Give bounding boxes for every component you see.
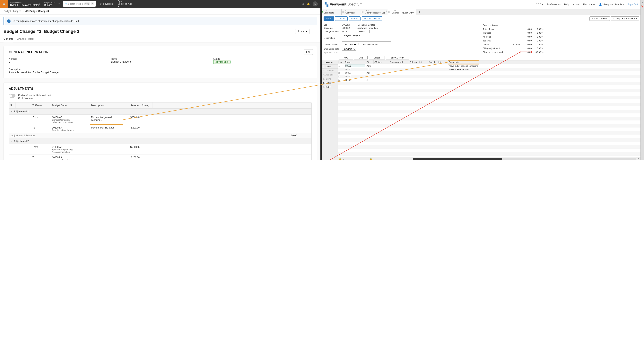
cancel-button[interactable]: Cancel xyxy=(335,17,348,21)
tab-history[interactable]: Change History xyxy=(17,36,34,42)
side-tab-costs[interactable]: 2. Costs xyxy=(322,65,338,69)
crumb-current: #3: Budget Change 3 xyxy=(26,10,49,13)
bookmark-icon[interactable]: 🔖 xyxy=(641,5,644,8)
new-co-button[interactable]: New CO xyxy=(357,30,370,33)
viewpoint-logo: ▚ Viewpoint Spectrum. xyxy=(325,2,364,7)
side-tab-addons[interactable]: 4. Add-ons xyxy=(322,73,338,77)
project-selector[interactable]: Agave Demo BV2002 - Escalante Estates ▼ xyxy=(8,0,42,8)
new-row-button[interactable]: New xyxy=(339,56,353,60)
tab-general[interactable]: General xyxy=(4,36,13,42)
grid-toolbar: New Edit Delete Sub CO Form xyxy=(338,55,640,61)
side-tabs: 1. Related 2. Costs 3. Markups 4. Add-on… xyxy=(322,61,338,160)
favorites-link[interactable]: ★ Favorites xyxy=(97,0,115,8)
viewpoint-tabs: CCDDashboard ▤CCDContracts× ▤CCDChange R… xyxy=(322,9,640,15)
orig-date-select[interactable]: 07/11/24 xyxy=(342,47,356,51)
proposal-button[interactable]: Proposal Form xyxy=(362,17,382,21)
grid-row[interactable]: 410200LA xyxy=(338,75,640,78)
help-icon[interactable]: ?⃝ xyxy=(302,3,304,5)
grid-body[interactable]: 1AC ▾Move out of general conditions 2102… xyxy=(338,64,640,157)
save-button[interactable]: Save xyxy=(324,17,334,21)
status-badge: APPROVED xyxy=(213,60,230,64)
vp-tab-contracts[interactable]: ▤CCDContracts× xyxy=(342,9,361,15)
chevron-down-icon: ▼ xyxy=(39,3,41,5)
description-input[interactable] xyxy=(342,34,391,42)
right-dock[interactable]: ◀🔖 xyxy=(640,0,644,160)
chevron-down-icon: ▼ xyxy=(118,5,134,8)
quantity-toggle[interactable] xyxy=(9,94,16,98)
phase-select[interactable] xyxy=(345,65,365,67)
nav-sandbox[interactable]: 👤 Viewpoint Sandbox xyxy=(599,3,624,6)
vp-tab-crlog[interactable]: ▤CCDChange Request Log× xyxy=(361,9,388,15)
close-icon[interactable]: × xyxy=(359,10,360,13)
tool-selector[interactable]: Project Tools Budget ▼ xyxy=(42,0,62,8)
info-alert: i To edit adjustments and attachments, c… xyxy=(4,17,317,25)
file-icon: ▤ xyxy=(388,11,390,13)
adjustment-group[interactable]: ▾Adjustment 1 xyxy=(9,109,312,115)
edit-row-button[interactable]: Edit xyxy=(354,56,368,60)
side-tab-dates[interactable]: 7. Dates xyxy=(322,85,338,89)
edit-button[interactable]: Edit xyxy=(304,49,313,55)
more-button[interactable]: ⋮ xyxy=(311,29,317,34)
showme-button[interactable]: Show Me How xyxy=(590,17,610,21)
add-tab-button[interactable]: + xyxy=(416,10,423,14)
file-icon: ▤ xyxy=(362,11,364,13)
close-icon[interactable]: × xyxy=(386,10,387,13)
subco-button[interactable]: Sub CO Form xyxy=(386,56,409,60)
chevron-down-icon: ▾ xyxy=(306,30,307,33)
sign-out-link[interactable]: Sign Out xyxy=(628,3,638,6)
adjustment-group[interactable]: ▾Adjustment 2 xyxy=(9,138,312,144)
table-row: To 10200.LAPermits Labour.Labour Move to… xyxy=(9,125,312,133)
cr-total: 0.00 xyxy=(520,51,532,53)
star-icon: ★ xyxy=(100,3,102,5)
search-icon: 🔍 xyxy=(65,3,68,5)
nav-resources[interactable]: Resources xyxy=(583,3,595,6)
nav-prefs[interactable]: Preferences xyxy=(547,3,561,6)
delete-button[interactable]: Delete xyxy=(349,17,361,21)
close-icon[interactable]: × xyxy=(414,10,415,13)
vp-toolbar: Save Cancel Delete Proposal Form Show Me… xyxy=(322,15,640,22)
info-icon: i xyxy=(7,19,10,23)
adjustments-table: ⇅ ⋮ To/From Budget Code Description Amou… xyxy=(9,102,312,160)
grid-row[interactable]: 522100S xyxy=(338,78,640,82)
kbd-hint: Cmd xyxy=(84,3,90,5)
search-input[interactable]: 🔍 Cmd K xyxy=(63,1,96,7)
nav-help[interactable]: Help xyxy=(564,3,570,6)
delete-row-button[interactable]: Delete xyxy=(369,56,385,60)
side-tab-notes[interactable]: 6. Notes xyxy=(322,81,338,85)
status-select[interactable]: Cost Rev xyxy=(342,43,357,46)
col-menu-icon[interactable]: ⋮ xyxy=(16,103,31,108)
vp-tab-crentry[interactable]: ▤CCDChange Request Entry× xyxy=(388,9,416,15)
side-tab-markups[interactable]: 3. Markups xyxy=(322,69,338,73)
table-row: From 10100.ACGeneral Conditions Labour.A… xyxy=(9,115,312,125)
grid-row[interactable]: 210200LAMove to Permits labor xyxy=(338,68,640,71)
logo-icon: ▚ xyxy=(325,2,328,7)
breadcrumb: Budget Changes › #3: Budget Change 3 xyxy=(0,8,320,15)
export-button[interactable]: Export▾ xyxy=(295,29,310,34)
grid-header: LinePhaseCtOR typeSub proposalSub sent d… xyxy=(338,61,640,64)
crumb-root[interactable]: Budget Changes xyxy=(4,10,21,13)
vp-tab-dashboard[interactable]: CCDDashboard xyxy=(322,9,342,15)
avatar[interactable]: E xyxy=(312,1,318,7)
lock-icon: 🔒 xyxy=(339,157,342,160)
lock-icon: 🔒 xyxy=(370,157,372,160)
side-tab-related[interactable]: 1. Related xyxy=(322,61,338,65)
bell-icon[interactable]: 🔔 xyxy=(307,3,310,5)
chevron-down-icon: ▾ xyxy=(11,140,12,142)
grid-footer: 🔒⌕ 🔒 ▶ xyxy=(338,157,640,160)
side-tab-billing[interactable]: 5. Billing xyxy=(322,77,338,81)
home-icon[interactable]: 🏠 xyxy=(0,0,8,8)
file-icon: ▤ xyxy=(342,11,344,13)
kbd-hint: K xyxy=(91,3,94,5)
topbar: 🏠 Agave Demo BV2002 - Escalante Estates … xyxy=(0,0,320,8)
apps-selector[interactable]: Apps Select an App ▼ xyxy=(115,0,137,8)
expand-all-icon[interactable]: ⇅ xyxy=(9,103,16,108)
hscrollbar[interactable] xyxy=(413,158,636,160)
general-info-card: GENERAL INFORMATION Edit Number3 NameBud… xyxy=(4,46,317,78)
grid-row[interactable]: 321950AC xyxy=(338,71,640,75)
chevron-down-icon: ▾ xyxy=(11,111,12,113)
grid-row[interactable]: 1AC ▾Move out of general conditions xyxy=(338,64,640,68)
user-icon: 👤 xyxy=(599,3,602,6)
nav-about[interactable]: About xyxy=(573,3,580,6)
reimbursable-checkbox[interactable] xyxy=(358,43,361,45)
ccd-menu[interactable]: CCD ▾ xyxy=(536,3,544,6)
